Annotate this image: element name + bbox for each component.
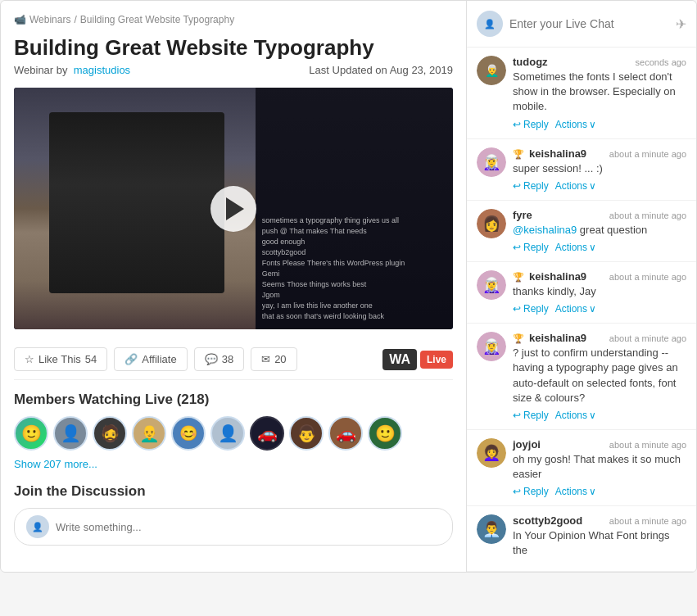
like-button[interactable]: ☆ Like This 54 bbox=[14, 347, 107, 371]
msg-username: keishalina9 bbox=[529, 147, 586, 160]
reply-button[interactable]: ↩ Reply bbox=[513, 410, 549, 421]
chat-message: 👨‍🦳 tudogz seconds ago Sometimes the fon… bbox=[467, 48, 696, 139]
chat-message: 👩 fyre about a minute ago @keishalina9 g… bbox=[467, 201, 696, 262]
video-player[interactable]: sometimes a typography thing gives us al… bbox=[14, 88, 453, 329]
reply-button[interactable]: ↩ Reply bbox=[513, 119, 549, 130]
member-avatar: 😊 bbox=[171, 416, 206, 451]
live-badge: Live bbox=[420, 351, 453, 369]
chevron-down-icon: ∨ bbox=[589, 180, 596, 192]
author-link[interactable]: magistudios bbox=[74, 64, 130, 76]
member-avatar: 🚗 bbox=[328, 416, 363, 451]
msg-content: tudogz seconds ago Sometimes the fonts I… bbox=[513, 56, 686, 130]
reply-button[interactable]: ↩ Reply bbox=[513, 303, 549, 315]
star-icon: ☆ bbox=[25, 353, 34, 365]
msg-avatar: 🧝‍♀️ bbox=[477, 147, 506, 177]
last-updated: Last Updated on Aug 23, 2019 bbox=[309, 64, 453, 76]
actions-button[interactable]: Actions ∨ bbox=[555, 180, 596, 192]
reply-icon: ↩ bbox=[513, 180, 521, 192]
reply-icon: ↩ bbox=[513, 486, 521, 497]
msg-text: In Your Opinion What Font brings the bbox=[513, 528, 686, 558]
like-count: 54 bbox=[85, 353, 97, 365]
trophy-icon: 🏆 bbox=[513, 149, 524, 160]
msg-header: tudogz seconds ago bbox=[513, 56, 686, 68]
play-icon bbox=[226, 197, 244, 220]
play-button[interactable] bbox=[210, 186, 256, 232]
msg-actions: ↩ Reply Actions ∨ bbox=[513, 486, 686, 497]
chat-message: 🧝‍♀️ 🏆 keishalina9 about a minute ago ? … bbox=[467, 324, 696, 430]
breadcrumb: 📹 Webinars / Building Great Website Typo… bbox=[14, 14, 453, 25]
discussion-input[interactable] bbox=[56, 521, 441, 533]
comment-button[interactable]: 💬 38 bbox=[194, 347, 244, 371]
msg-header: 🏆 keishalina9 about a minute ago bbox=[513, 332, 686, 344]
breadcrumb-icon: 📹 bbox=[14, 14, 26, 25]
affiliate-label: Affiliate bbox=[142, 353, 176, 365]
chat-messages: 👨‍🦳 tudogz seconds ago Sometimes the fon… bbox=[467, 48, 696, 572]
msg-mention: @keishalina9 bbox=[513, 224, 577, 236]
reply-button[interactable]: ↩ Reply bbox=[513, 242, 549, 253]
chat-message: 🧝‍♀️ 🏆 keishalina9 about a minute ago su… bbox=[467, 139, 696, 201]
msg-username: keishalina9 bbox=[529, 270, 586, 283]
msg-time: seconds ago bbox=[636, 57, 686, 67]
msg-time: about a minute ago bbox=[609, 211, 686, 220]
member-avatar: 👤 bbox=[53, 416, 88, 451]
chevron-down-icon: ∨ bbox=[589, 242, 596, 253]
msg-username: tudogz bbox=[513, 56, 548, 68]
actions-button[interactable]: Actions ∨ bbox=[555, 242, 596, 253]
discussion-section: Join the Discussion 👤 bbox=[14, 483, 453, 546]
reply-button[interactable]: ↩ Reply bbox=[513, 180, 549, 192]
discussion-input-area: 👤 bbox=[14, 508, 453, 546]
message-count: 20 bbox=[274, 353, 286, 365]
msg-header: 🏆 keishalina9 about a minute ago bbox=[513, 147, 686, 160]
breadcrumb-separator: / bbox=[74, 14, 76, 25]
reply-button[interactable]: ↩ Reply bbox=[513, 486, 549, 497]
reply-icon: ↩ bbox=[513, 303, 521, 315]
like-label: Like This bbox=[38, 353, 81, 365]
member-avatar: 🧔 bbox=[93, 416, 127, 451]
msg-actions: ↩ Reply Actions ∨ bbox=[513, 303, 686, 315]
main-container: 📹 Webinars / Building Great Website Typo… bbox=[0, 0, 697, 573]
breadcrumb-parent[interactable]: Webinars bbox=[29, 14, 70, 25]
actions-button[interactable]: Actions ∨ bbox=[555, 486, 596, 497]
msg-actions: ↩ Reply Actions ∨ bbox=[513, 410, 686, 421]
affiliate-button[interactable]: 🔗 Affiliate bbox=[114, 347, 187, 371]
msg-content: 🏆 keishalina9 about a minute ago super s… bbox=[513, 147, 686, 192]
members-avatars: 🙂 👤 🧔 👨‍🦲 😊 👤 🚗 👨 🚗 🙂 bbox=[14, 416, 453, 451]
msg-avatar: 🧝‍♀️ bbox=[477, 332, 506, 361]
chat-header: 👤 ✈ bbox=[467, 1, 696, 48]
show-more-link[interactable]: Show 207 more... bbox=[14, 458, 97, 470]
reply-icon: ↩ bbox=[513, 410, 521, 421]
msg-avatar: 👩 bbox=[477, 209, 506, 238]
webinar-by-label: Webinar by bbox=[14, 64, 68, 76]
webinar-author-line: Webinar by magistudios bbox=[14, 64, 130, 76]
msg-text: Sometimes the fonts I select don't show … bbox=[513, 70, 686, 115]
video-container: sometimes a typography thing gives us al… bbox=[14, 88, 453, 329]
actions-button[interactable]: Actions ∨ bbox=[555, 303, 596, 315]
member-avatar: 🚗 bbox=[250, 416, 284, 451]
link-icon: 🔗 bbox=[124, 353, 138, 365]
msg-content: scottyb2good about a minute ago In Your … bbox=[513, 514, 686, 562]
msg-time: about a minute ago bbox=[609, 516, 686, 526]
msg-time: about a minute ago bbox=[609, 149, 686, 159]
breadcrumb-current: Building Great Website Typography bbox=[80, 14, 234, 25]
reply-icon: ↩ bbox=[513, 119, 521, 130]
msg-text: super session! ... :) bbox=[513, 161, 686, 176]
msg-content: 🏆 keishalina9 about a minute ago ? just … bbox=[513, 332, 686, 421]
msg-time: about a minute ago bbox=[609, 440, 686, 450]
member-avatar: 🙂 bbox=[368, 416, 402, 451]
send-icon[interactable]: ✈ bbox=[676, 16, 686, 32]
msg-avatar: 👨‍💼 bbox=[477, 514, 506, 544]
msg-actions: ↩ Reply Actions ∨ bbox=[513, 242, 686, 253]
live-chat-input[interactable] bbox=[509, 17, 669, 30]
trophy-icon: 🏆 bbox=[513, 333, 524, 344]
member-avatar: 👨 bbox=[289, 416, 324, 451]
msg-text: thanks kindly, Jay bbox=[513, 284, 686, 299]
actions-button[interactable]: Actions ∨ bbox=[555, 410, 596, 421]
msg-header: scottyb2good about a minute ago bbox=[513, 514, 686, 527]
message-button[interactable]: ✉ 20 bbox=[251, 347, 296, 371]
webinar-meta: Webinar by magistudios Last Updated on A… bbox=[14, 64, 453, 76]
wa-badge: WA bbox=[382, 349, 417, 370]
message-icon: ✉ bbox=[261, 353, 270, 365]
msg-text: @keishalina9 great question bbox=[513, 223, 686, 238]
actions-button[interactable]: Actions ∨ bbox=[555, 119, 596, 130]
msg-avatar: 👩‍🦱 bbox=[477, 438, 506, 468]
